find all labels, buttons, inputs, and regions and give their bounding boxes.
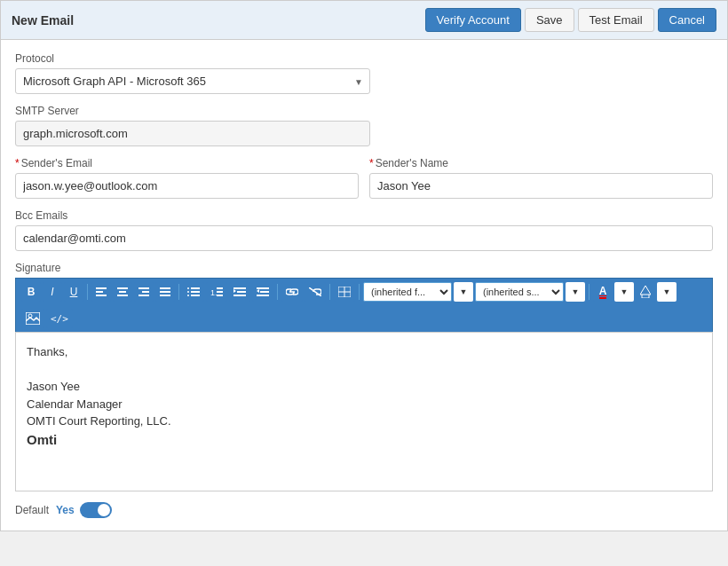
- svg-point-12: [187, 287, 189, 289]
- svg-rect-8: [138, 295, 149, 296]
- sender-name-group: *Sender's Name: [369, 157, 713, 199]
- form-header: New Email Verify Account Save Test Email…: [1, 1, 727, 40]
- svg-rect-11: [160, 295, 170, 296]
- svg-rect-26: [257, 287, 269, 289]
- svg-rect-4: [119, 291, 126, 293]
- svg-rect-1: [96, 291, 103, 293]
- list-ul-button[interactable]: [183, 282, 204, 302]
- save-button[interactable]: Save: [525, 8, 574, 32]
- sender-email-input[interactable]: [15, 173, 359, 199]
- svg-rect-13: [191, 287, 200, 289]
- svg-rect-6: [138, 287, 149, 289]
- toggle-yes-label: Yes: [56, 504, 75, 516]
- new-email-form: New Email Verify Account Save Test Email…: [0, 0, 728, 531]
- svg-rect-17: [191, 295, 200, 296]
- toolbar-sep4: [329, 284, 330, 300]
- protocol-select[interactable]: Microsoft Graph API - Microsoft 365: [15, 68, 370, 94]
- svg-rect-3: [117, 287, 128, 289]
- toolbar-sep2: [178, 284, 179, 300]
- font-size-dropdown-icon[interactable]: ▼: [566, 282, 585, 302]
- default-section: Default Yes: [15, 502, 713, 518]
- svg-rect-28: [257, 295, 269, 296]
- svg-rect-21: [217, 295, 223, 296]
- bcc-group: Bcc Emails: [15, 209, 713, 251]
- font-color-dropdown[interactable]: ▼: [614, 282, 634, 302]
- signature-section: Signature B I U: [15, 262, 713, 491]
- sig-line3: Jason Yee: [27, 378, 701, 396]
- svg-rect-24: [233, 295, 246, 296]
- signature-toolbar-row2: </>: [15, 305, 713, 332]
- bcc-label: Bcc Emails: [15, 209, 713, 222]
- verify-account-button[interactable]: Verify Account: [425, 8, 521, 32]
- link-button[interactable]: [281, 282, 303, 302]
- default-toggle[interactable]: [80, 502, 112, 518]
- signature-label: Signature: [15, 262, 713, 274]
- sig-line6: Omti: [27, 430, 701, 451]
- svg-rect-22: [233, 287, 246, 289]
- svg-rect-20: [217, 291, 223, 293]
- toolbar-sep3: [277, 284, 278, 300]
- list-ol-button[interactable]: 1.: [206, 282, 227, 302]
- highlight-dropdown[interactable]: ▼: [657, 282, 677, 302]
- smtp-input[interactable]: [15, 121, 370, 146]
- svg-rect-5: [117, 295, 128, 296]
- svg-marker-35: [640, 286, 651, 298]
- toolbar-sep1: [87, 284, 88, 300]
- image-button[interactable]: [21, 309, 44, 328]
- sender-name-input[interactable]: [369, 173, 713, 199]
- signature-editor[interactable]: Thanks, Jason Yee Calendar Manager OMTI …: [15, 332, 713, 491]
- highlight-button[interactable]: [636, 282, 655, 302]
- form-title: New Email: [12, 13, 74, 28]
- svg-text:1.: 1.: [210, 288, 218, 296]
- smtp-label: SMTP Server: [15, 105, 713, 117]
- font-color-button[interactable]: A: [593, 282, 613, 302]
- header-buttons: Verify Account Save Test Email Cancel: [425, 8, 716, 32]
- sig-line1: Thanks,: [27, 343, 701, 361]
- sender-name-label: *Sender's Name: [369, 157, 713, 169]
- sig-line2: [27, 361, 701, 379]
- svg-rect-23: [237, 291, 246, 293]
- italic-button[interactable]: I: [43, 282, 62, 302]
- align-justify-button[interactable]: [155, 282, 175, 302]
- svg-rect-2: [96, 295, 107, 296]
- test-email-button[interactable]: Test Email: [578, 8, 654, 32]
- svg-marker-25: [233, 289, 236, 293]
- code-button[interactable]: </>: [46, 309, 73, 328]
- align-right-button[interactable]: [134, 282, 154, 302]
- protocol-label: Protocol: [15, 52, 713, 65]
- svg-rect-10: [160, 291, 170, 293]
- sender-email-group: *Sender's Email: [15, 157, 359, 199]
- signature-content: Thanks, Jason Yee Calendar Manager OMTI …: [27, 343, 701, 450]
- indent-button[interactable]: [252, 282, 273, 302]
- svg-rect-9: [160, 287, 170, 289]
- svg-point-14: [187, 291, 189, 293]
- smtp-group: SMTP Server: [15, 105, 713, 146]
- align-left-button[interactable]: [91, 282, 111, 302]
- protocol-select-wrapper: Microsoft Graph API - Microsoft 365: [15, 68, 370, 94]
- font-family-dropdown-icon[interactable]: ▼: [454, 282, 473, 302]
- sender-email-label: *Sender's Email: [15, 157, 359, 169]
- underline-button[interactable]: U: [64, 282, 83, 302]
- svg-point-16: [187, 295, 189, 296]
- cancel-button[interactable]: Cancel: [658, 8, 716, 32]
- font-size-select[interactable]: (inherited s...: [475, 282, 564, 302]
- bcc-input[interactable]: [15, 225, 713, 251]
- align-center-button[interactable]: [113, 282, 132, 302]
- form-body: Protocol Microsoft Graph API - Microsoft…: [1, 40, 727, 531]
- default-label: Default: [15, 504, 49, 516]
- signature-toolbar-row1: B I U: [15, 278, 713, 305]
- svg-rect-15: [191, 291, 200, 293]
- toolbar-sep5: [359, 284, 360, 300]
- toolbar-sep6: [589, 284, 590, 300]
- outdent-button[interactable]: [229, 282, 250, 302]
- svg-rect-27: [260, 291, 269, 293]
- svg-rect-7: [142, 291, 149, 293]
- table-button[interactable]: [334, 282, 355, 302]
- sig-line5: OMTI Court Reporting, LLC.: [27, 413, 701, 430]
- svg-rect-19: [217, 287, 223, 289]
- sender-row: *Sender's Email *Sender's Name: [15, 157, 713, 209]
- font-family-select[interactable]: (inherited f...: [363, 282, 452, 302]
- sig-line4: Calendar Manager: [27, 396, 701, 413]
- bold-button[interactable]: B: [21, 282, 41, 302]
- unlink-button[interactable]: [305, 282, 326, 302]
